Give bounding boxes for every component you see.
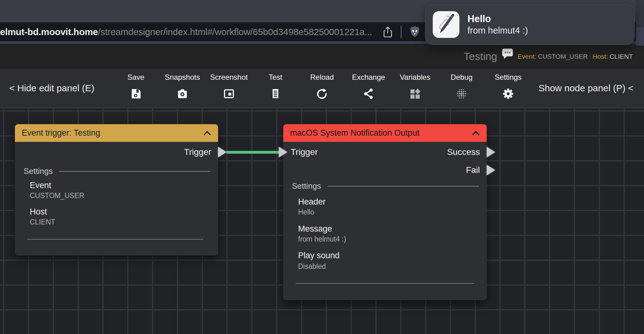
workflow-meta: Event: CUSTOM_USER Host: CLIENT (518, 53, 633, 60)
connection-line[interactable] (226, 151, 279, 154)
notification-body: from helmut4 :) (467, 25, 528, 36)
script-editor-app-icon (433, 11, 459, 38)
workflow-title: Testing (464, 50, 497, 62)
node-bottom-divider (27, 239, 203, 240)
workflow-header: Testing Event: CUSTOM_USER Host: CLIENT (0, 44, 644, 69)
show-node-panel-button[interactable]: Show node panel (P) < (539, 83, 633, 93)
field-label-event: Event (30, 180, 51, 191)
toolbar-buttons: Save Snapshots Screenshot (113, 73, 531, 100)
toolbar-separator (401, 26, 401, 38)
settings-button[interactable]: Settings (485, 73, 531, 100)
node-title: Event trigger: Testing (22, 128, 100, 138)
variables-button[interactable]: Variables (392, 73, 438, 100)
host-value: CLIENT (610, 53, 633, 60)
share-nodes-icon (362, 88, 375, 100)
desktop-edge-strip-2 (636, 27, 644, 46)
host-label: Host: (593, 53, 608, 60)
output-port-label-fail: Fail (466, 165, 480, 176)
node-macos-notification-header[interactable]: macOS System Notification Output (283, 124, 487, 142)
input-port-label-trigger: Trigger (291, 147, 318, 158)
event-value: CUSTOM_USER (538, 53, 588, 60)
desktop-edge-strip (636, 0, 644, 27)
url-text[interactable]: elmut-bd.moovit.home/streamdesigner/inde… (0, 27, 372, 37)
workflow-canvas[interactable]: Event trigger: Testing Trigger Settings … (0, 107, 644, 334)
field-value-message: from helmut4 :) (298, 235, 346, 243)
debug-button[interactable]: Debug (438, 73, 485, 100)
notification-title: Hello (467, 13, 528, 25)
comment-bubble-icon[interactable] (502, 48, 513, 59)
url-path: /streamdesigner/index.html#/workflow/65b… (98, 27, 372, 37)
node-macos-notification-output[interactable]: macOS System Notification Output Trigger… (283, 124, 487, 300)
field-value-header: Hello (298, 208, 314, 216)
node-event-trigger[interactable]: Event trigger: Testing Trigger Settings … (15, 124, 218, 255)
screenshot-button[interactable]: Screenshot (206, 73, 252, 100)
field-value-host: CLIENT (30, 218, 55, 226)
output-connector-fail[interactable] (487, 165, 495, 175)
node-event-trigger-header[interactable]: Event trigger: Testing (15, 124, 218, 142)
chevron-up-icon[interactable] (203, 131, 211, 136)
output-port-label-trigger: Trigger (184, 147, 211, 158)
field-label-header: Header (298, 196, 326, 207)
reload-icon (316, 88, 328, 100)
node-title: macOS System Notification Output (290, 128, 419, 138)
url-host: elmut-bd.moovit.home (0, 27, 98, 37)
variables-grid-icon (409, 88, 421, 100)
settings-divider (59, 171, 210, 172)
screenshot-icon (223, 88, 235, 100)
field-label-play-sound: Play sound (298, 250, 340, 261)
event-label: Event: (518, 53, 536, 60)
designer-toolbar: < Hide edit panel (E) Save Snapshots Scr… (0, 69, 644, 107)
field-value-play-sound: Disabled (298, 262, 326, 271)
field-label-message: Message (298, 223, 332, 234)
floppy-icon (130, 88, 142, 100)
save-button[interactable]: Save (113, 73, 159, 100)
hide-edit-panel-button[interactable]: < Hide edit panel (E) (9, 83, 94, 93)
chevron-up-icon[interactable] (472, 131, 480, 136)
input-connector-trigger[interactable] (279, 147, 287, 157)
debug-dots-icon (455, 88, 468, 100)
camera-icon (176, 88, 189, 100)
test-list-icon (269, 88, 282, 100)
settings-divider (327, 186, 479, 187)
exchange-button[interactable]: Exchange (345, 73, 392, 100)
gear-icon (502, 88, 514, 100)
node-bottom-divider (296, 283, 474, 284)
field-label-host: Host (30, 206, 47, 217)
settings-section-header: Settings (292, 181, 479, 191)
reload-button[interactable]: Reload (299, 73, 345, 100)
macos-notification[interactable]: Hello from helmut4 :) (425, 4, 635, 45)
field-value-event: CUSTOM_USER (30, 191, 84, 200)
share-icon[interactable] (382, 26, 393, 38)
test-button[interactable]: Test (252, 73, 299, 100)
output-port-label-success: Success (447, 147, 480, 158)
output-connector-success[interactable] (487, 147, 495, 157)
brave-shield-icon[interactable] (408, 25, 421, 39)
output-connector-trigger[interactable] (218, 147, 226, 157)
snapshots-button[interactable]: Snapshots (159, 73, 206, 100)
notification-text: Hello from helmut4 :) (467, 13, 528, 36)
settings-section-header: Settings (24, 166, 210, 176)
